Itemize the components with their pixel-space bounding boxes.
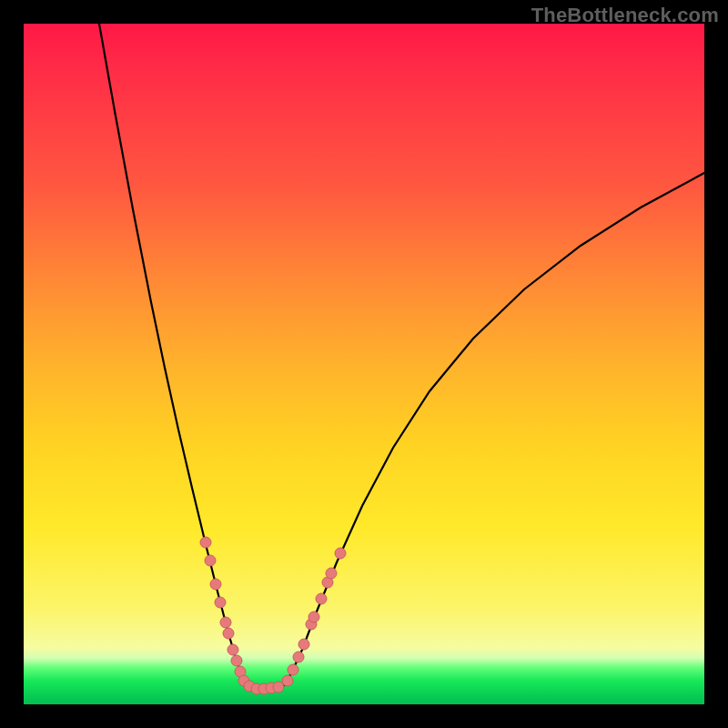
data-point-right xyxy=(288,664,298,675)
plot-area xyxy=(24,24,704,704)
data-point-left xyxy=(200,537,211,548)
data-point-left xyxy=(210,579,221,590)
bottleneck-curve xyxy=(99,24,704,689)
data-point-right xyxy=(293,652,304,662)
data-point-right xyxy=(298,639,309,650)
curve-layer xyxy=(24,24,704,704)
data-point-right xyxy=(282,675,293,686)
data-point-left xyxy=(205,555,216,566)
watermark-text: TheBottleneck.com xyxy=(531,4,719,27)
data-point-left xyxy=(223,628,234,639)
data-point-left xyxy=(231,655,242,666)
chart-stage: TheBottleneck.com xyxy=(0,0,728,728)
data-point-left xyxy=(228,644,238,655)
data-point-left xyxy=(215,597,226,608)
data-point-right xyxy=(335,548,346,559)
data-point-left xyxy=(220,617,231,628)
data-point-right xyxy=(316,593,327,604)
data-point-right xyxy=(326,568,337,579)
data-point-right xyxy=(308,612,319,622)
